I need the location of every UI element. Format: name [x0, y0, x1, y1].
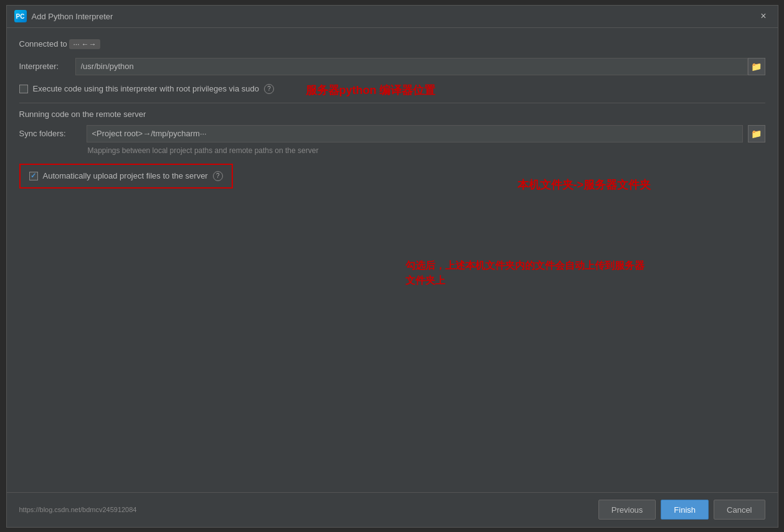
sudo-help-icon[interactable]: ?: [264, 84, 274, 94]
running-section-label: Running code on the remote server: [19, 110, 765, 119]
separator-1: [19, 103, 765, 103]
folder-icon: 📁: [751, 62, 762, 72]
finish-button[interactable]: Finish: [661, 500, 709, 520]
add-python-interpreter-dialog: PC Add Python Interpreter × Connected to…: [6, 5, 778, 528]
title-bar-left: PC Add Python Interpreter: [14, 10, 113, 22]
auto-upload-checkbox[interactable]: [29, 172, 38, 180]
title-bar: PC Add Python Interpreter ×: [7, 6, 778, 28]
folder-icon-sync: 📁: [751, 129, 762, 139]
footer-buttons: Previous Finish Cancel: [598, 500, 765, 520]
dialog-footer: https://blog.csdn.net/bdmcv245912084 Pre…: [7, 492, 778, 527]
annotation-auto-upload: 勾选后，上述本机文件夹内的文件会自动上传到服务器 文件夹上: [405, 258, 645, 288]
interpreter-browse-button[interactable]: 📁: [748, 58, 765, 75]
connected-row: Connected to ··· ←→: [19, 39, 765, 49]
auto-upload-help-icon[interactable]: ?: [213, 171, 223, 181]
previous-button[interactable]: Previous: [598, 500, 656, 520]
interpreter-label: Interpreter:: [19, 62, 75, 71]
sync-folder-input[interactable]: [87, 125, 743, 142]
annotation-interpreter: 服务器python 编译器位置: [306, 83, 436, 98]
sync-browse-button[interactable]: 📁: [748, 125, 765, 142]
dialog-body: Connected to ··· ←→ Interpreter: 📁 服务器py…: [7, 28, 778, 492]
interpreter-input[interactable]: [75, 58, 748, 75]
connected-label: Connected to: [19, 39, 67, 49]
question-mark-icon: ?: [267, 85, 271, 92]
sudo-checkbox[interactable]: [19, 85, 28, 93]
auto-upload-label: Automatically upload project files to th…: [43, 171, 208, 180]
cancel-button[interactable]: Cancel: [714, 500, 765, 520]
dialog-title: Add Python Interpreter: [32, 12, 113, 21]
footer-url: https://blog.csdn.net/bdmcv245912084: [19, 506, 137, 513]
pycharm-logo-icon: PC: [14, 10, 27, 22]
auto-upload-section: Automatically upload project files to th…: [19, 164, 233, 189]
sync-folder-row: Sync folders: 📁: [19, 125, 765, 142]
close-button[interactable]: ×: [757, 9, 770, 23]
connected-badge: ··· ←→: [69, 39, 100, 49]
interpreter-row: Interpreter: 📁: [19, 58, 765, 75]
mappings-hint: Mappings between local project paths and…: [88, 146, 765, 155]
sync-label: Sync folders:: [19, 129, 82, 138]
annotation-sync: 本机文件夹->服务器文件夹: [517, 177, 651, 192]
question-mark-icon-2: ?: [216, 172, 220, 179]
sudo-label: Execute code using this interpreter with…: [33, 84, 259, 93]
